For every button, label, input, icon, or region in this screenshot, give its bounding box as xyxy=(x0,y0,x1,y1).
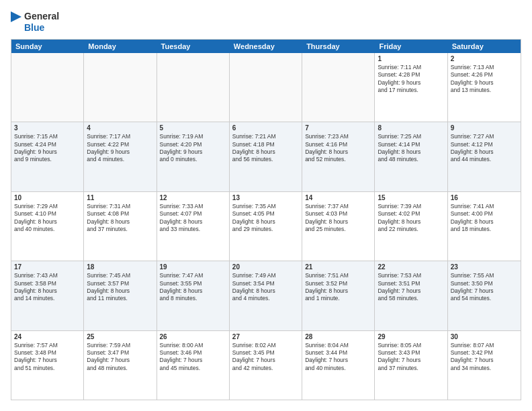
day-info: Sunrise: 7:11 AM Sunset: 4:28 PM Dayligh… xyxy=(378,64,444,95)
day-cell-17: 17Sunrise: 7:43 AM Sunset: 3:58 PM Dayli… xyxy=(11,261,84,330)
day-cell-12: 12Sunrise: 7:33 AM Sunset: 4:07 PM Dayli… xyxy=(157,192,230,261)
day-cell-3: 3Sunrise: 7:15 AM Sunset: 4:24 PM Daylig… xyxy=(11,122,84,191)
day-number: 5 xyxy=(160,124,226,132)
weekday-header-monday: Monday xyxy=(84,40,157,53)
day-cell-9: 9Sunrise: 7:27 AM Sunset: 4:12 PM Daylig… xyxy=(448,122,521,191)
weekday-header-sunday: Sunday xyxy=(11,40,84,53)
day-info: Sunrise: 7:37 AM Sunset: 4:03 PM Dayligh… xyxy=(305,203,371,234)
day-info: Sunrise: 7:27 AM Sunset: 4:12 PM Dayligh… xyxy=(451,133,518,164)
day-cell-20: 20Sunrise: 7:49 AM Sunset: 3:54 PM Dayli… xyxy=(230,261,302,330)
day-cell-18: 18Sunrise: 7:45 AM Sunset: 3:57 PM Dayli… xyxy=(84,261,157,330)
day-cell-27: 27Sunrise: 8:02 AM Sunset: 3:45 PM Dayli… xyxy=(230,331,302,400)
day-number: 14 xyxy=(305,194,371,201)
day-info: Sunrise: 8:00 AM Sunset: 3:46 PM Dayligh… xyxy=(160,342,226,373)
day-info: Sunrise: 7:51 AM Sunset: 3:52 PM Dayligh… xyxy=(305,272,371,303)
day-number: 25 xyxy=(87,333,153,340)
logo-triangle-icon xyxy=(11,11,21,33)
day-info: Sunrise: 7:47 AM Sunset: 3:55 PM Dayligh… xyxy=(160,272,226,303)
day-info: Sunrise: 7:35 AM Sunset: 4:05 PM Dayligh… xyxy=(232,203,299,234)
calendar-row-2: 10Sunrise: 7:29 AM Sunset: 4:10 PM Dayli… xyxy=(11,192,521,261)
day-cell-11: 11Sunrise: 7:31 AM Sunset: 4:08 PM Dayli… xyxy=(84,192,157,261)
calendar: SundayMondayTuesdayWednesdayThursdayFrid… xyxy=(11,39,521,400)
empty-cell-0-4 xyxy=(302,53,375,122)
empty-cell-0-0 xyxy=(11,53,84,122)
calendar-header: SundayMondayTuesdayWednesdayThursdayFrid… xyxy=(11,40,521,53)
day-cell-22: 22Sunrise: 7:53 AM Sunset: 3:51 PM Dayli… xyxy=(375,261,447,330)
day-number: 3 xyxy=(14,124,81,132)
day-cell-1: 1Sunrise: 7:11 AM Sunset: 4:28 PM Daylig… xyxy=(375,53,447,122)
day-cell-19: 19Sunrise: 7:47 AM Sunset: 3:55 PM Dayli… xyxy=(157,261,230,330)
day-info: Sunrise: 8:04 AM Sunset: 3:44 PM Dayligh… xyxy=(305,342,371,373)
day-number: 8 xyxy=(378,124,444,132)
day-info: Sunrise: 7:15 AM Sunset: 4:24 PM Dayligh… xyxy=(14,133,81,164)
day-cell-4: 4Sunrise: 7:17 AM Sunset: 4:22 PM Daylig… xyxy=(84,122,157,191)
day-info: Sunrise: 8:07 AM Sunset: 3:42 PM Dayligh… xyxy=(451,342,518,373)
day-cell-16: 16Sunrise: 7:41 AM Sunset: 4:00 PM Dayli… xyxy=(448,192,521,261)
day-info: Sunrise: 7:43 AM Sunset: 3:58 PM Dayligh… xyxy=(14,272,81,303)
logo-text: General Blue xyxy=(24,11,59,34)
day-info: Sunrise: 7:55 AM Sunset: 3:50 PM Dayligh… xyxy=(451,272,518,303)
day-info: Sunrise: 7:19 AM Sunset: 4:20 PM Dayligh… xyxy=(160,133,226,164)
weekday-header-tuesday: Tuesday xyxy=(157,40,230,53)
calendar-row-1: 3Sunrise: 7:15 AM Sunset: 4:24 PM Daylig… xyxy=(11,122,521,191)
calendar-body: 1Sunrise: 7:11 AM Sunset: 4:28 PM Daylig… xyxy=(11,53,521,400)
day-cell-8: 8Sunrise: 7:25 AM Sunset: 4:14 PM Daylig… xyxy=(375,122,447,191)
day-info: Sunrise: 7:45 AM Sunset: 3:57 PM Dayligh… xyxy=(87,272,153,303)
day-cell-21: 21Sunrise: 7:51 AM Sunset: 3:52 PM Dayli… xyxy=(302,261,375,330)
day-info: Sunrise: 8:05 AM Sunset: 3:43 PM Dayligh… xyxy=(378,342,444,373)
day-number: 1 xyxy=(378,55,444,62)
day-cell-23: 23Sunrise: 7:55 AM Sunset: 3:50 PM Dayli… xyxy=(448,261,521,330)
empty-cell-0-1 xyxy=(84,53,157,122)
day-cell-29: 29Sunrise: 8:05 AM Sunset: 3:43 PM Dayli… xyxy=(375,331,447,400)
day-number: 21 xyxy=(305,263,371,271)
day-number: 27 xyxy=(232,333,299,340)
day-number: 6 xyxy=(232,124,299,132)
weekday-header-friday: Friday xyxy=(375,40,447,53)
logo-line2: Blue xyxy=(24,22,59,34)
day-cell-14: 14Sunrise: 7:37 AM Sunset: 4:03 PM Dayli… xyxy=(302,192,375,261)
day-cell-26: 26Sunrise: 8:00 AM Sunset: 3:46 PM Dayli… xyxy=(157,331,230,400)
day-cell-13: 13Sunrise: 7:35 AM Sunset: 4:05 PM Dayli… xyxy=(230,192,302,261)
day-info: Sunrise: 8:02 AM Sunset: 3:45 PM Dayligh… xyxy=(232,342,299,373)
calendar-row-3: 17Sunrise: 7:43 AM Sunset: 3:58 PM Dayli… xyxy=(11,261,521,330)
day-number: 13 xyxy=(232,194,299,201)
day-info: Sunrise: 7:23 AM Sunset: 4:16 PM Dayligh… xyxy=(305,133,371,164)
day-info: Sunrise: 7:39 AM Sunset: 4:02 PM Dayligh… xyxy=(378,203,444,234)
day-number: 23 xyxy=(451,263,518,271)
day-number: 17 xyxy=(14,263,81,271)
logo: General Blue xyxy=(11,11,59,34)
empty-cell-0-2 xyxy=(157,53,230,122)
day-number: 30 xyxy=(451,333,518,340)
day-number: 29 xyxy=(378,333,444,340)
svg-marker-0 xyxy=(11,11,21,22)
day-info: Sunrise: 7:53 AM Sunset: 3:51 PM Dayligh… xyxy=(378,272,444,303)
empty-cell-0-3 xyxy=(230,53,302,122)
logo-line1: General xyxy=(24,11,59,22)
day-cell-2: 2Sunrise: 7:13 AM Sunset: 4:26 PM Daylig… xyxy=(448,53,521,122)
day-cell-30: 30Sunrise: 8:07 AM Sunset: 3:42 PM Dayli… xyxy=(448,331,521,400)
day-info: Sunrise: 7:57 AM Sunset: 3:48 PM Dayligh… xyxy=(14,342,81,373)
logo-container: General Blue xyxy=(11,11,59,34)
day-cell-15: 15Sunrise: 7:39 AM Sunset: 4:02 PM Dayli… xyxy=(375,192,447,261)
day-info: Sunrise: 7:17 AM Sunset: 4:22 PM Dayligh… xyxy=(87,133,153,164)
day-info: Sunrise: 7:21 AM Sunset: 4:18 PM Dayligh… xyxy=(232,133,299,164)
day-info: Sunrise: 7:13 AM Sunset: 4:26 PM Dayligh… xyxy=(451,64,518,95)
day-info: Sunrise: 7:29 AM Sunset: 4:10 PM Dayligh… xyxy=(14,203,81,234)
day-cell-6: 6Sunrise: 7:21 AM Sunset: 4:18 PM Daylig… xyxy=(230,122,302,191)
day-info: Sunrise: 7:41 AM Sunset: 4:00 PM Dayligh… xyxy=(451,203,518,234)
day-number: 18 xyxy=(87,263,153,271)
calendar-row-0: 1Sunrise: 7:11 AM Sunset: 4:28 PM Daylig… xyxy=(11,53,521,122)
day-number: 12 xyxy=(160,194,226,201)
day-info: Sunrise: 7:49 AM Sunset: 3:54 PM Dayligh… xyxy=(232,272,299,303)
day-number: 20 xyxy=(232,263,299,271)
day-info: Sunrise: 7:33 AM Sunset: 4:07 PM Dayligh… xyxy=(160,203,226,234)
page-header: General Blue xyxy=(11,11,521,34)
calendar-row-4: 24Sunrise: 7:57 AM Sunset: 3:48 PM Dayli… xyxy=(11,331,521,400)
day-cell-10: 10Sunrise: 7:29 AM Sunset: 4:10 PM Dayli… xyxy=(11,192,84,261)
day-number: 10 xyxy=(14,194,81,201)
day-cell-5: 5Sunrise: 7:19 AM Sunset: 4:20 PM Daylig… xyxy=(157,122,230,191)
day-info: Sunrise: 7:31 AM Sunset: 4:08 PM Dayligh… xyxy=(87,203,153,234)
day-number: 2 xyxy=(451,55,518,62)
day-number: 7 xyxy=(305,124,371,132)
day-number: 4 xyxy=(87,124,153,132)
